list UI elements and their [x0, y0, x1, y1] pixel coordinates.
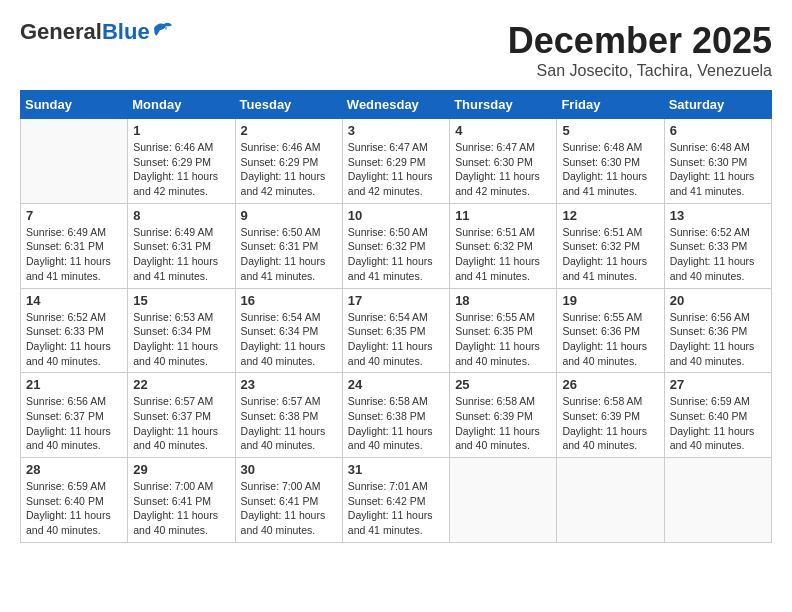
day-info: Sunrise: 6:56 AMSunset: 6:36 PMDaylight:…: [670, 310, 766, 369]
day-number: 9: [241, 208, 337, 223]
calendar-day-cell: 24Sunrise: 6:58 AMSunset: 6:38 PMDayligh…: [342, 373, 449, 458]
calendar-header-row: SundayMondayTuesdayWednesdayThursdayFrid…: [21, 91, 772, 119]
day-number: 11: [455, 208, 551, 223]
day-info: Sunrise: 6:56 AMSunset: 6:37 PMDaylight:…: [26, 394, 122, 453]
day-number: 12: [562, 208, 658, 223]
calendar-day-cell: 14Sunrise: 6:52 AMSunset: 6:33 PMDayligh…: [21, 288, 128, 373]
calendar-day-header: Wednesday: [342, 91, 449, 119]
day-number: 5: [562, 123, 658, 138]
day-number: 22: [133, 377, 229, 392]
day-number: 10: [348, 208, 444, 223]
calendar-day-cell: 19Sunrise: 6:55 AMSunset: 6:36 PMDayligh…: [557, 288, 664, 373]
day-info: Sunrise: 7:01 AMSunset: 6:42 PMDaylight:…: [348, 479, 444, 538]
day-info: Sunrise: 6:49 AMSunset: 6:31 PMDaylight:…: [26, 225, 122, 284]
day-number: 18: [455, 293, 551, 308]
day-info: Sunrise: 7:00 AMSunset: 6:41 PMDaylight:…: [241, 479, 337, 538]
calendar-day-cell: 8Sunrise: 6:49 AMSunset: 6:31 PMDaylight…: [128, 203, 235, 288]
calendar-day-cell: 16Sunrise: 6:54 AMSunset: 6:34 PMDayligh…: [235, 288, 342, 373]
day-number: 17: [348, 293, 444, 308]
calendar-week-row: 28Sunrise: 6:59 AMSunset: 6:40 PMDayligh…: [21, 458, 772, 543]
calendar-day-cell: 13Sunrise: 6:52 AMSunset: 6:33 PMDayligh…: [664, 203, 771, 288]
day-number: 28: [26, 462, 122, 477]
calendar-day-cell: 31Sunrise: 7:01 AMSunset: 6:42 PMDayligh…: [342, 458, 449, 543]
title-section: December 2025 San Josecito, Tachira, Ven…: [508, 20, 772, 80]
calendar-day-cell: 9Sunrise: 6:50 AMSunset: 6:31 PMDaylight…: [235, 203, 342, 288]
calendar-table: SundayMondayTuesdayWednesdayThursdayFrid…: [20, 90, 772, 543]
day-info: Sunrise: 6:57 AMSunset: 6:37 PMDaylight:…: [133, 394, 229, 453]
day-number: 15: [133, 293, 229, 308]
day-number: 27: [670, 377, 766, 392]
calendar-day-cell: 30Sunrise: 7:00 AMSunset: 6:41 PMDayligh…: [235, 458, 342, 543]
day-info: Sunrise: 6:50 AMSunset: 6:32 PMDaylight:…: [348, 225, 444, 284]
day-number: 25: [455, 377, 551, 392]
day-info: Sunrise: 6:46 AMSunset: 6:29 PMDaylight:…: [241, 140, 337, 199]
day-info: Sunrise: 6:48 AMSunset: 6:30 PMDaylight:…: [562, 140, 658, 199]
calendar-day-cell: 6Sunrise: 6:48 AMSunset: 6:30 PMDaylight…: [664, 119, 771, 204]
subtitle: San Josecito, Tachira, Venezuela: [508, 62, 772, 80]
calendar-day-cell: 25Sunrise: 6:58 AMSunset: 6:39 PMDayligh…: [450, 373, 557, 458]
day-info: Sunrise: 6:54 AMSunset: 6:35 PMDaylight:…: [348, 310, 444, 369]
calendar-day-cell: [21, 119, 128, 204]
calendar-day-cell: [664, 458, 771, 543]
day-number: 30: [241, 462, 337, 477]
calendar-day-cell: 1Sunrise: 6:46 AMSunset: 6:29 PMDaylight…: [128, 119, 235, 204]
day-info: Sunrise: 6:52 AMSunset: 6:33 PMDaylight:…: [26, 310, 122, 369]
day-number: 7: [26, 208, 122, 223]
calendar-day-cell: 22Sunrise: 6:57 AMSunset: 6:37 PMDayligh…: [128, 373, 235, 458]
day-number: 31: [348, 462, 444, 477]
calendar-day-cell: 20Sunrise: 6:56 AMSunset: 6:36 PMDayligh…: [664, 288, 771, 373]
calendar-day-cell: 26Sunrise: 6:58 AMSunset: 6:39 PMDayligh…: [557, 373, 664, 458]
day-info: Sunrise: 6:50 AMSunset: 6:31 PMDaylight:…: [241, 225, 337, 284]
day-info: Sunrise: 6:52 AMSunset: 6:33 PMDaylight:…: [670, 225, 766, 284]
bird-icon: [152, 20, 174, 44]
logo: GeneralBlue: [20, 20, 174, 44]
day-number: 24: [348, 377, 444, 392]
day-info: Sunrise: 6:55 AMSunset: 6:36 PMDaylight:…: [562, 310, 658, 369]
calendar-day-cell: 29Sunrise: 7:00 AMSunset: 6:41 PMDayligh…: [128, 458, 235, 543]
day-number: 1: [133, 123, 229, 138]
day-number: 14: [26, 293, 122, 308]
day-number: 23: [241, 377, 337, 392]
logo-blue-text: Blue: [102, 19, 150, 44]
calendar-day-header: Friday: [557, 91, 664, 119]
calendar-day-cell: 15Sunrise: 6:53 AMSunset: 6:34 PMDayligh…: [128, 288, 235, 373]
day-info: Sunrise: 6:47 AMSunset: 6:29 PMDaylight:…: [348, 140, 444, 199]
day-number: 19: [562, 293, 658, 308]
day-number: 20: [670, 293, 766, 308]
calendar-day-cell: 5Sunrise: 6:48 AMSunset: 6:30 PMDaylight…: [557, 119, 664, 204]
day-info: Sunrise: 6:53 AMSunset: 6:34 PMDaylight:…: [133, 310, 229, 369]
day-number: 4: [455, 123, 551, 138]
calendar-day-cell: 4Sunrise: 6:47 AMSunset: 6:30 PMDaylight…: [450, 119, 557, 204]
day-info: Sunrise: 6:46 AMSunset: 6:29 PMDaylight:…: [133, 140, 229, 199]
day-info: Sunrise: 6:59 AMSunset: 6:40 PMDaylight:…: [670, 394, 766, 453]
day-info: Sunrise: 6:51 AMSunset: 6:32 PMDaylight:…: [455, 225, 551, 284]
day-info: Sunrise: 6:55 AMSunset: 6:35 PMDaylight:…: [455, 310, 551, 369]
day-number: 21: [26, 377, 122, 392]
day-number: 2: [241, 123, 337, 138]
day-info: Sunrise: 6:48 AMSunset: 6:30 PMDaylight:…: [670, 140, 766, 199]
day-info: Sunrise: 6:58 AMSunset: 6:39 PMDaylight:…: [562, 394, 658, 453]
day-number: 8: [133, 208, 229, 223]
day-number: 6: [670, 123, 766, 138]
day-info: Sunrise: 6:57 AMSunset: 6:38 PMDaylight:…: [241, 394, 337, 453]
calendar-day-cell: 12Sunrise: 6:51 AMSunset: 6:32 PMDayligh…: [557, 203, 664, 288]
day-info: Sunrise: 6:58 AMSunset: 6:38 PMDaylight:…: [348, 394, 444, 453]
calendar-day-cell: [450, 458, 557, 543]
calendar-day-cell: 17Sunrise: 6:54 AMSunset: 6:35 PMDayligh…: [342, 288, 449, 373]
calendar-day-cell: 10Sunrise: 6:50 AMSunset: 6:32 PMDayligh…: [342, 203, 449, 288]
day-number: 3: [348, 123, 444, 138]
calendar-day-cell: [557, 458, 664, 543]
calendar-day-header: Thursday: [450, 91, 557, 119]
day-info: Sunrise: 6:54 AMSunset: 6:34 PMDaylight:…: [241, 310, 337, 369]
calendar-week-row: 7Sunrise: 6:49 AMSunset: 6:31 PMDaylight…: [21, 203, 772, 288]
logo-general-text: General: [20, 19, 102, 44]
calendar-day-cell: 2Sunrise: 6:46 AMSunset: 6:29 PMDaylight…: [235, 119, 342, 204]
calendar-day-cell: 21Sunrise: 6:56 AMSunset: 6:37 PMDayligh…: [21, 373, 128, 458]
calendar-week-row: 1Sunrise: 6:46 AMSunset: 6:29 PMDaylight…: [21, 119, 772, 204]
calendar-day-header: Monday: [128, 91, 235, 119]
calendar-week-row: 14Sunrise: 6:52 AMSunset: 6:33 PMDayligh…: [21, 288, 772, 373]
calendar-day-cell: 7Sunrise: 6:49 AMSunset: 6:31 PMDaylight…: [21, 203, 128, 288]
calendar-day-header: Sunday: [21, 91, 128, 119]
day-number: 29: [133, 462, 229, 477]
main-title: December 2025: [508, 20, 772, 62]
